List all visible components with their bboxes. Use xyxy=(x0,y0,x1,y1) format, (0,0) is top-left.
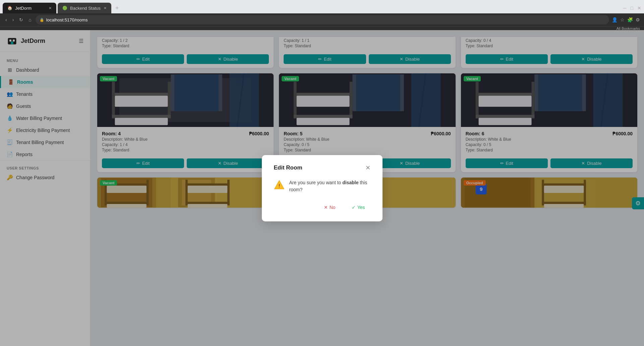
modal-message-prefix: Are you sure you want to xyxy=(289,180,343,185)
settings-icon[interactable]: ⚙ xyxy=(636,17,640,22)
maximize-button[interactable]: □ xyxy=(631,5,633,11)
minimize-button[interactable]: ─ xyxy=(623,5,627,11)
back-button[interactable]: ‹ xyxy=(4,16,8,23)
address-bar-row: ‹ › ↻ ⌂ 🔒 localhost:5170/rooms 👤 ☆ 🧩 ⚙ xyxy=(0,13,644,26)
all-bookmarks-label: All Bookmarks xyxy=(617,26,640,30)
close-button[interactable]: ✕ xyxy=(637,5,641,11)
lock-icon: 🔒 xyxy=(40,18,44,22)
tab-label-2: Backend Status xyxy=(70,6,101,11)
edit-room-modal: Edit Room ✕ Are you sure you want to dis… xyxy=(262,155,383,221)
modal-yes-button[interactable]: ✓ Yes xyxy=(346,203,370,212)
extensions-icon[interactable]: 🧩 xyxy=(627,17,633,22)
tab-favicon-1: 🏠 xyxy=(7,6,12,10)
tab-favicon-2: 🟢 xyxy=(62,6,67,10)
new-tab-button[interactable]: + xyxy=(113,5,122,12)
reload-button[interactable]: ↻ xyxy=(18,16,24,23)
modal-action-word: disable xyxy=(342,180,358,185)
tab-jetdorm[interactable]: 🏠 JetDorm ✕ xyxy=(3,3,56,13)
profile-icon[interactable]: 👤 xyxy=(612,17,618,22)
star-icon[interactable]: ☆ xyxy=(620,17,625,22)
modal-close-button[interactable]: ✕ xyxy=(365,165,370,171)
address-bar[interactable]: 🔒 localhost:5170/rooms xyxy=(36,15,609,24)
modal-overlay: Edit Room ✕ Are you sure you want to dis… xyxy=(0,30,644,346)
address-text: localhost:5170/rooms xyxy=(46,17,88,22)
svg-rect-82 xyxy=(279,187,280,188)
warning-triangle-icon xyxy=(274,180,285,193)
modal-header: Edit Room ✕ xyxy=(274,164,370,171)
modal-title: Edit Room xyxy=(274,164,302,171)
modal-message-text: Are you sure you want to disable this ro… xyxy=(289,179,370,193)
modal-actions: ✕ No ✓ Yes xyxy=(274,203,370,212)
svg-rect-81 xyxy=(279,184,280,187)
bookmarks-bar: All Bookmarks xyxy=(0,26,644,30)
forward-button[interactable]: › xyxy=(11,16,15,23)
browser-chrome: 🏠 JetDorm ✕ 🟢 Backend Status ✕ + ─ □ ✕ ‹… xyxy=(0,0,644,30)
tab-backend[interactable]: 🟢 Backend Status ✕ xyxy=(58,3,111,13)
modal-no-button[interactable]: ✕ No xyxy=(318,203,341,212)
home-button[interactable]: ⌂ xyxy=(27,16,33,23)
tab-label-1: JetDorm xyxy=(15,6,32,11)
modal-body: Are you sure you want to disable this ro… xyxy=(274,179,370,193)
tab-bar: 🏠 JetDorm ✕ 🟢 Backend Status ✕ + ─ □ ✕ xyxy=(0,0,644,13)
close-tab-2[interactable]: ✕ xyxy=(104,6,107,10)
yes-check-icon: ✓ xyxy=(352,205,356,210)
close-tab-1[interactable]: ✕ xyxy=(49,6,52,10)
no-x-icon: ✕ xyxy=(324,205,328,210)
